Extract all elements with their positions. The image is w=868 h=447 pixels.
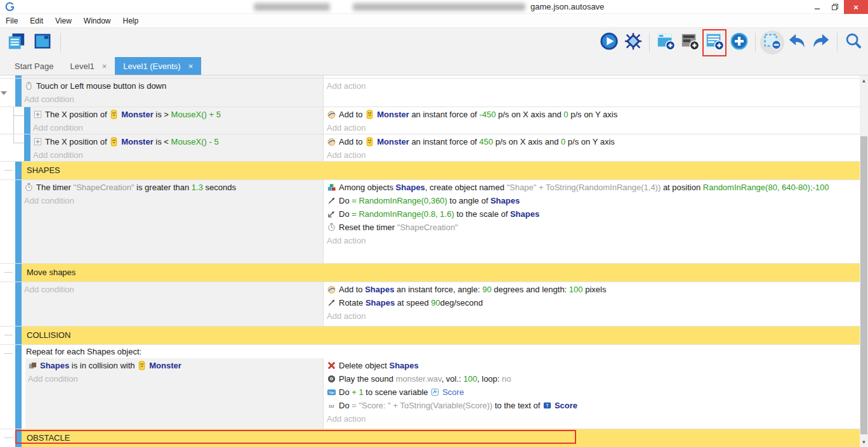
event-selection-bar[interactable] xyxy=(15,327,22,344)
comment-text[interactable]: SHAPES xyxy=(22,162,860,179)
txt-icon: txt xyxy=(327,401,336,410)
add-action-link[interactable]: Add action xyxy=(327,121,856,134)
menu-file[interactable]: File xyxy=(6,16,18,25)
add-condition-link[interactable]: Add condition xyxy=(24,194,320,207)
event-selection-bar[interactable] xyxy=(15,180,22,263)
undo-button[interactable] xyxy=(786,30,808,55)
event-selection-bar[interactable] xyxy=(15,282,22,326)
condition[interactable]: Touch or Left mouse button is down xyxy=(24,79,320,93)
add-event xyxy=(656,32,675,53)
tab-level1[interactable]: Level1× xyxy=(62,57,115,75)
play-button[interactable] xyxy=(598,30,621,55)
add-action-link[interactable]: Add action xyxy=(327,234,856,247)
scrollbar[interactable]: ▲ ▼ xyxy=(860,75,868,447)
restore-button[interactable] xyxy=(826,0,844,14)
add-condition-link[interactable]: Add condition xyxy=(24,283,320,296)
action[interactable]: Do = RandomInRange(0,360) to angle of Sh… xyxy=(327,194,856,207)
event-selection-bar[interactable] xyxy=(15,75,22,78)
text-segment: seconds xyxy=(203,183,236,192)
menu-edit[interactable]: Edit xyxy=(30,16,43,25)
minimize-button[interactable] xyxy=(808,0,826,14)
add-action-link[interactable]: Add action xyxy=(327,309,856,323)
text-segment: is xyxy=(154,110,164,119)
collapse-arrow-icon[interactable] xyxy=(1,91,7,98)
action[interactable]: Play the sound monster.wav, vol.: 100, l… xyxy=(327,372,856,385)
condition[interactable]: The X position of Monster is > MouseX() … xyxy=(33,108,320,121)
tree-gutter xyxy=(0,282,15,326)
action[interactable]: Add to Shapes an instant force, angle: 9… xyxy=(327,283,856,296)
add-event-button[interactable] xyxy=(654,30,677,55)
event-row: The timer "ShapeCreation" is greater tha… xyxy=(0,180,860,264)
add-action-link[interactable]: Add action xyxy=(327,412,856,425)
scene-editor-button[interactable] xyxy=(31,30,54,55)
comment-text[interactable]: OBSTACLE xyxy=(22,429,860,447)
add-condition-link[interactable]: Add condition xyxy=(33,148,320,162)
add-subevent-button[interactable] xyxy=(678,30,701,55)
position-icon xyxy=(33,137,43,146)
text-segment: 0 xyxy=(563,110,568,119)
redo-button[interactable] xyxy=(810,30,832,55)
svg-text:T: T xyxy=(546,403,549,408)
event-selection-bar[interactable] xyxy=(24,134,30,161)
text-segment: The X position of xyxy=(45,110,109,119)
comment-row: Move shapes xyxy=(0,264,860,282)
comment-text[interactable]: COLLISION xyxy=(22,327,860,344)
actions-column: Add to Monster an instant force of 450 p… xyxy=(324,134,860,161)
text-segment: Shapes xyxy=(365,285,394,294)
event-selection-bar[interactable] xyxy=(15,345,22,429)
search-button[interactable] xyxy=(842,30,865,55)
condition[interactable]: Shapes is in collision with Monster xyxy=(28,359,320,372)
redacted-text xyxy=(254,3,330,11)
add-action-link[interactable]: Add action xyxy=(327,79,856,93)
event-selection-bar[interactable] xyxy=(15,264,22,282)
menu-window[interactable]: Window xyxy=(84,16,111,25)
deselect-button[interactable] xyxy=(760,30,784,55)
add-condition-link[interactable]: Add condition xyxy=(33,121,320,134)
action[interactable]: Among objects Shapes, create object name… xyxy=(327,181,856,194)
menu-help[interactable]: Help xyxy=(123,16,139,25)
tab-close-icon[interactable]: × xyxy=(188,62,194,71)
text-segment: p/s on X axis and xyxy=(496,110,563,119)
comment-text[interactable]: Move shapes xyxy=(22,264,860,282)
tab-start-page[interactable]: Start Page xyxy=(6,57,62,75)
foreach-header[interactable]: Repeat for each Shapes object: xyxy=(22,345,860,358)
condition[interactable]: The timer "ShapeCreation" is greater tha… xyxy=(24,181,320,194)
text-segment: p/s on Y axis xyxy=(569,110,618,119)
add-comment-button[interactable] xyxy=(702,29,727,56)
add-circle-button[interactable] xyxy=(728,30,751,55)
add-condition-link[interactable]: Add condition xyxy=(28,372,320,385)
event-selection-bar[interactable] xyxy=(15,429,22,447)
action[interactable]: Rotate Shapes at speed 90deg/second xyxy=(327,296,856,309)
event-selection-bar[interactable] xyxy=(15,79,22,107)
scroll-down-icon[interactable]: ▼ xyxy=(860,438,868,446)
sound-icon xyxy=(327,374,336,384)
close-button[interactable]: × xyxy=(844,0,868,14)
action[interactable]: VarDo + 1 to scene variable Score xyxy=(327,385,856,399)
debug-button[interactable] xyxy=(622,30,645,55)
conditions-column: The X position of Monster is < MouseX() … xyxy=(30,134,324,161)
var-icon: Var xyxy=(327,387,336,397)
tab-level1-events[interactable]: Level1 (Events)× xyxy=(115,57,201,75)
event-selection-bar[interactable] xyxy=(15,162,22,179)
text-segment: to the text of xyxy=(492,401,542,410)
action[interactable]: txtDo = "Score: " + ToString(Variable(Sc… xyxy=(327,399,856,412)
action[interactable]: Reset the timer "ShapeCreation" xyxy=(327,221,856,234)
condition[interactable]: The X position of Monster is < MouseX() … xyxy=(33,135,320,148)
add-action-link[interactable]: Add action xyxy=(327,148,856,162)
tree-gutter xyxy=(0,264,15,282)
project-manager-button[interactable] xyxy=(5,30,28,55)
text-segment: Shapes xyxy=(365,298,395,308)
text-segment: Do xyxy=(339,209,352,219)
monster-icon xyxy=(365,137,374,146)
scroll-up-icon[interactable]: ▲ xyxy=(860,77,868,85)
tab-close-icon[interactable]: × xyxy=(102,62,107,71)
text-segment: to angle of xyxy=(447,196,490,205)
event-selection-bar[interactable] xyxy=(24,107,30,134)
action[interactable]: Do = RandomInRange(0.8, 1.6) to the scal… xyxy=(327,207,856,221)
action[interactable]: Delete object Shapes xyxy=(327,359,856,372)
scrollbar-thumb[interactable] xyxy=(860,136,867,434)
menu-view[interactable]: View xyxy=(55,16,72,25)
add-condition-link[interactable]: Add condition xyxy=(24,93,320,106)
action[interactable]: Add to Monster an instant force of -450 … xyxy=(327,108,856,121)
action[interactable]: Add to Monster an instant force of 450 p… xyxy=(327,135,856,148)
